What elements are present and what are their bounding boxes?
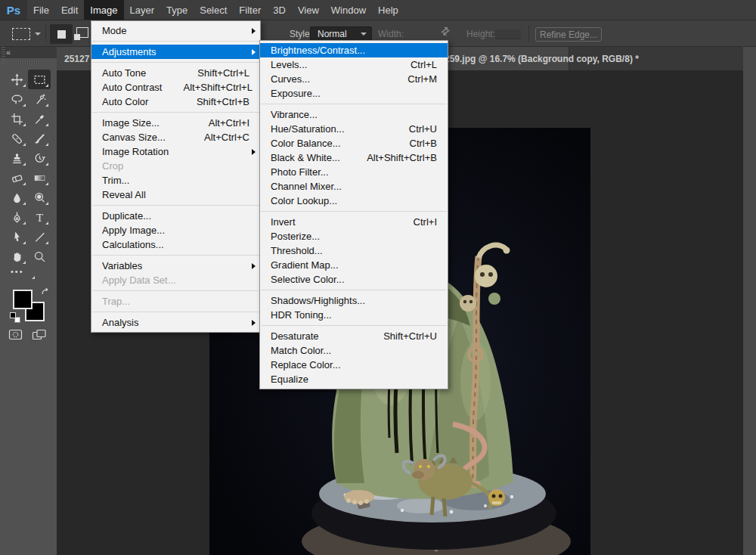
menu-item-equalize[interactable]: Equalize (260, 372, 448, 386)
swap-width-height-icon[interactable]: ⇄ (438, 23, 452, 39)
menubar-item-edit[interactable]: Edit (55, 0, 84, 20)
menu-item-apply-data-set: Apply Data Set... (91, 273, 260, 287)
menu-item-label: Photo Filter... (271, 166, 329, 178)
menu-item-threshold[interactable]: Threshold... (260, 243, 448, 258)
menu-item-label: Variables (102, 260, 142, 271)
menu-item-brightness-contrast[interactable]: Brightness/Contrast... (260, 43, 448, 57)
menu-item-exposure[interactable]: Exposure... (260, 86, 448, 101)
menu-separator (92, 62, 259, 63)
menu-item-posterize[interactable]: Posterize... (260, 229, 448, 243)
menu-item-shadows-highlights[interactable]: Shadows/Highlights... (260, 293, 448, 308)
submenu-arrow-icon (252, 28, 256, 34)
photoshop-window: Ps FileEditImageLayerTypeSelectFilter3DV… (0, 0, 756, 555)
menu-item-color-balance[interactable]: Color Balance...Ctrl+B (260, 136, 448, 150)
menu-item-auto-tone[interactable]: Auto ToneShift+Ctrl+L (91, 66, 260, 80)
menu-item-vibrance[interactable]: Vibrance... (260, 107, 448, 122)
menu-item-mode[interactable]: Mode (91, 23, 260, 38)
menubar-item-layer[interactable]: Layer (124, 0, 161, 20)
menu-item-replace-color[interactable]: Replace Color... (260, 358, 448, 372)
menu-item-image-size[interactable]: Image Size...Alt+Ctrl+I (91, 116, 260, 130)
menu-item-variables[interactable]: Variables (91, 259, 260, 273)
screen-mode-button[interactable] (32, 329, 47, 344)
close-tab-icon[interactable]: × (551, 47, 565, 70)
menu-item-label: Trap... (102, 296, 130, 307)
menu-item-label: Black & White... (271, 152, 340, 163)
divider (528, 25, 529, 42)
menu-item-label: Color Balance... (271, 138, 341, 149)
right-dock-strip (743, 47, 756, 555)
menu-item-label: Auto Contrast (102, 82, 163, 93)
menu-item-levels[interactable]: Levels...Ctrl+L (260, 57, 448, 72)
menu-item-hdr-toning[interactable]: HDR Toning... (260, 308, 448, 322)
tool-preset-chevron-icon[interactable] (35, 33, 41, 36)
menu-item-shortcut: Ctrl+I (392, 216, 437, 228)
marquee-tool-preset-icon[interactable] (12, 28, 30, 40)
menu-item-match-color[interactable]: Match Color... (260, 343, 448, 358)
menu-item-duplicate[interactable]: Duplicate... (91, 209, 260, 223)
menu-item-hue-saturation[interactable]: Hue/Saturation...Ctrl+U (260, 122, 448, 136)
menu-item-label: Auto Tone (102, 67, 146, 79)
menu-item-reveal-all[interactable]: Reveal All (91, 188, 260, 202)
menubar-item-select[interactable]: Select (194, 0, 233, 20)
menu-item-shortcut: Alt+Shift+Ctrl+B (345, 152, 437, 163)
menu-item-label: Selective Color... (271, 274, 345, 285)
style-value: Normal (318, 29, 347, 39)
menu-item-curves[interactable]: Curves...Ctrl+M (260, 72, 448, 86)
menu-item-label: Curves... (271, 73, 310, 85)
height-input[interactable] (495, 29, 521, 39)
menu-separator (92, 255, 259, 256)
menubar-item-view[interactable]: View (292, 0, 325, 20)
menu-item-calculations[interactable]: Calculations... (91, 237, 260, 252)
menu-item-shortcut: Alt+Ctrl+I (187, 117, 249, 129)
menubar-item-filter[interactable]: Filter (233, 0, 267, 20)
menu-item-black-white[interactable]: Black & White...Alt+Shift+Ctrl+B (260, 150, 448, 165)
menu-item-image-rotation[interactable]: Image Rotation (91, 144, 260, 159)
add-to-selection-button[interactable] (76, 27, 88, 38)
menu-item-label: Analysis (102, 317, 138, 328)
menu-item-desaturate[interactable]: DesaturateShift+Ctrl+U (260, 329, 448, 343)
swap-colors-icon[interactable] (40, 287, 51, 300)
menu-item-label: Image Size... (102, 117, 160, 129)
menu-item-gradient-map[interactable]: Gradient Map... (260, 258, 448, 272)
menu-item-label: Vibrance... (271, 109, 318, 120)
tools-panel: T ••• (0, 58, 57, 555)
menu-item-label: Hue/Saturation... (271, 123, 345, 135)
toolbar-extras: ••• (0, 58, 57, 555)
style-dropdown[interactable]: Normal (310, 26, 372, 41)
menu-separator (261, 290, 447, 290)
foreground-color-swatch[interactable] (13, 290, 33, 309)
menubar-item-type[interactable]: Type (160, 0, 194, 20)
menu-item-apply-image[interactable]: Apply Image... (91, 223, 260, 237)
menu-item-invert[interactable]: InvertCtrl+I (260, 215, 448, 229)
new-selection-button[interactable] (50, 24, 73, 44)
menu-separator (261, 104, 447, 104)
menu-item-color-lookup[interactable]: Color Lookup... (260, 194, 448, 208)
menubar-item-file[interactable]: File (27, 0, 55, 20)
menu-item-analysis[interactable]: Analysis (91, 315, 260, 330)
menu-item-auto-contrast[interactable]: Auto ContrastAlt+Shift+Ctrl+L (91, 80, 260, 95)
menu-item-label: Apply Image... (102, 225, 165, 236)
menu-item-canvas-size[interactable]: Canvas Size...Alt+Ctrl+C (91, 130, 260, 144)
default-colors-icon[interactable] (10, 312, 20, 323)
options-bar-gripper[interactable] (2, 45, 5, 64)
menu-item-channel-mixer[interactable]: Channel Mixer... (260, 179, 448, 194)
menu-item-shortcut: Shift+Ctrl+L (176, 67, 249, 79)
edit-toolbar-button[interactable]: ••• (11, 267, 24, 276)
menu-item-shortcut: Ctrl+L (389, 59, 437, 70)
menu-item-label: Brightness/Contrast... (271, 45, 365, 56)
menubar-item-3d[interactable]: 3D (267, 0, 292, 20)
menu-item-trim[interactable]: Trim... (91, 173, 260, 188)
quick-mask-button[interactable] (8, 328, 23, 344)
menu-item-label: Calculations... (102, 239, 164, 250)
menu-item-selective-color[interactable]: Selective Color... (260, 272, 448, 287)
menu-item-photo-filter[interactable]: Photo Filter... (260, 165, 448, 179)
menubar-item-window[interactable]: Window (325, 0, 372, 20)
menu-item-auto-color[interactable]: Auto ColorShift+Ctrl+B (91, 95, 260, 109)
refine-edge-button[interactable]: Refine Edge... (535, 27, 602, 42)
menu-separator (92, 112, 259, 113)
menubar-item-help[interactable]: Help (372, 0, 404, 20)
collapse-panels-button[interactable]: « (0, 47, 57, 58)
menu-separator (261, 211, 447, 212)
menu-item-adjustments[interactable]: Adjustments (91, 45, 260, 59)
menubar-item-image[interactable]: Image (84, 0, 123, 20)
